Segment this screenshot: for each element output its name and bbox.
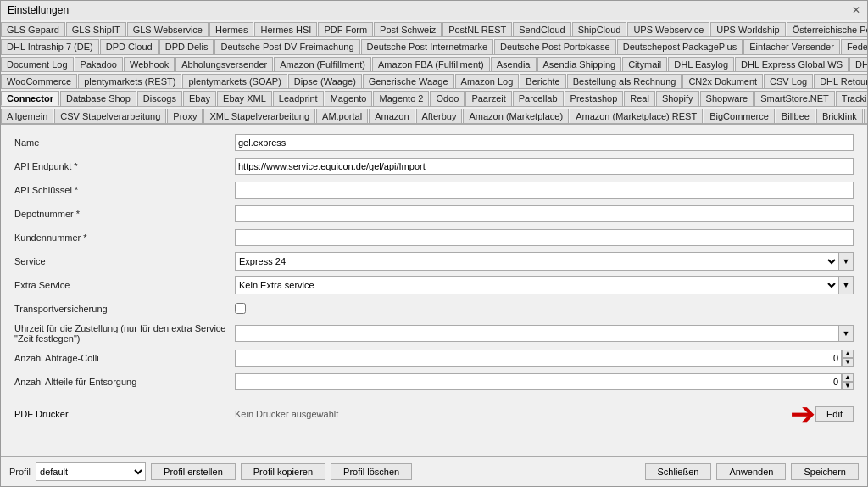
- tab-deutschepost-packageplus[interactable]: Deutschepost PackagePlus: [617, 39, 743, 54]
- tab-proxy[interactable]: Proxy: [167, 109, 203, 123]
- tab-abholungsversender[interactable]: Abholungsversender: [175, 57, 273, 71]
- tab-am.portal[interactable]: AM.portal: [316, 109, 368, 123]
- tab-plentymarkets-(soap)[interactable]: plentymarkets (SOAP): [182, 74, 287, 88]
- tab-bestellung-als-rechnung[interactable]: Bestellung als Rechnung: [567, 74, 682, 88]
- select-arrow-6[interactable]: ▼: [838, 276, 854, 294]
- tab-hermes-hsi[interactable]: Hermes HSI: [254, 22, 317, 36]
- tab-postnl-rest[interactable]: PostNL REST: [442, 22, 512, 36]
- tab-deutsche-post-internetmarke[interactable]: Deutsche Post Internetmarke: [361, 39, 493, 54]
- tab-dpd-delis[interactable]: DPD Delis: [159, 39, 214, 54]
- checkbox-7[interactable]: [235, 303, 246, 314]
- tab-pakadoo[interactable]: Pakadoo: [75, 57, 123, 71]
- tab-allgemein[interactable]: Allgemein: [1, 109, 53, 123]
- profile-select[interactable]: default: [36, 462, 146, 481]
- tab-csv-log[interactable]: CSV Log: [764, 74, 813, 88]
- tab-dpd-cloud[interactable]: DPD Cloud: [100, 39, 159, 54]
- select-5[interactable]: Express 24: [235, 252, 838, 271]
- tab-österreichische-post[interactable]: Österreichische Post: [787, 22, 867, 36]
- tab-billbee[interactable]: Billbee: [776, 109, 815, 123]
- save-button[interactable]: Speichern: [791, 463, 859, 480]
- tab-einfacher-versender[interactable]: Einfacher Versender: [743, 39, 840, 54]
- tab-dhl-easylog[interactable]: DHL Easylog: [668, 57, 734, 71]
- tab-odoo[interactable]: Odoo: [430, 91, 465, 106]
- tab-bricklink[interactable]: Bricklink: [816, 109, 863, 123]
- tab-shipcloud[interactable]: ShipCloud: [572, 22, 627, 36]
- tab-hermes[interactable]: Hermes: [209, 22, 254, 36]
- tab-ups-webservice[interactable]: UPS Webservice: [627, 22, 709, 36]
- tab-paarzeit[interactable]: Paarzeit: [465, 91, 511, 106]
- tab-sendcloud[interactable]: SendCloud: [513, 22, 570, 36]
- tab-dipse-(waage)[interactable]: Dipse (Waage): [288, 74, 362, 88]
- tab-deutsche-post-portokasse[interactable]: Deutsche Post Portokasse: [494, 39, 616, 54]
- tab-dhl-intraship-7-(de)[interactable]: DHL Intraship 7 (DE): [1, 39, 99, 54]
- tab-bigcommerce[interactable]: BigCommerce: [704, 109, 775, 123]
- tab-magento-2[interactable]: Magento 2: [373, 91, 429, 106]
- profile-copy-button[interactable]: Profil kopieren: [241, 463, 326, 480]
- tab-fedex-webservice[interactable]: Fedex Webservice: [841, 39, 867, 54]
- tab-amazon-(fulfillment)[interactable]: Amazon (Fulfillment): [274, 57, 371, 71]
- tab-webhook[interactable]: Webhook: [124, 57, 175, 71]
- spinner-input-10[interactable]: [235, 373, 842, 390]
- tab-gls-webservice[interactable]: GLS Webservice: [127, 22, 209, 36]
- tab-discogs[interactable]: Discogs: [137, 91, 182, 106]
- input-4[interactable]: [235, 229, 854, 246]
- tab-dhl-retour[interactable]: DHL Retour: [814, 74, 867, 88]
- input-3[interactable]: [235, 205, 854, 222]
- profile-delete-button[interactable]: Profil löschen: [331, 463, 412, 480]
- tab-parcellab[interactable]: Parcellab: [513, 91, 564, 106]
- tab-leadprint[interactable]: Leadprint: [273, 91, 324, 106]
- spinner-up-9[interactable]: ▲: [842, 350, 854, 358]
- input-2[interactable]: [235, 182, 854, 199]
- tab-post-schweiz[interactable]: Post Schweiz: [374, 22, 442, 36]
- tab-pdf-form[interactable]: PDF Form: [318, 22, 373, 36]
- input-0[interactable]: [235, 134, 854, 151]
- tab-dhl-geschäftskundenversand[interactable]: DHL Geschäftskundenversand: [849, 57, 867, 71]
- tab-shopware[interactable]: Shopware: [700, 91, 754, 106]
- tab-berichte[interactable]: Berichte: [520, 74, 565, 88]
- profile-create-button[interactable]: Profil erstellen: [151, 463, 236, 480]
- tab-document-log[interactable]: Document Log: [1, 57, 74, 71]
- select-arrow-5[interactable]: ▼: [838, 252, 854, 271]
- tab-amazon[interactable]: Amazon: [369, 109, 415, 123]
- tab-trackingportal[interactable]: Trackingportal: [836, 91, 867, 106]
- tab-gls-gepard[interactable]: GLS Gepard: [1, 22, 65, 36]
- spinner-up-10[interactable]: ▲: [842, 373, 854, 382]
- tab-brickowl[interactable]: Brickowl: [864, 109, 867, 123]
- tab-database-shop[interactable]: Database Shop: [60, 91, 136, 106]
- spinner-down-10[interactable]: ▼: [842, 382, 854, 390]
- spinner-input-9[interactable]: [235, 350, 842, 367]
- close-icon[interactable]: ✕: [852, 4, 860, 16]
- tab-plentymarkets-(rest)[interactable]: plentymarkets (REST): [78, 74, 181, 88]
- tab-smartstore.net[interactable]: SmartStore.NET: [754, 91, 835, 106]
- tab-amazon-(marketplace)[interactable]: Amazon (Marketplace): [463, 109, 569, 123]
- tab-ebay-xml[interactable]: Ebay XML: [217, 91, 272, 106]
- time-arrow-8[interactable]: ▼: [838, 325, 854, 342]
- tab-deutsche-post-dv-freimachung[interactable]: Deutsche Post DV Freimachung: [214, 39, 359, 54]
- tab-cn2x-dokument[interactable]: CN2x Dokument: [682, 74, 763, 88]
- tab-ebay[interactable]: Ebay: [183, 91, 216, 106]
- tab-real[interactable]: Real: [624, 91, 655, 106]
- tab-dhl-express-global-ws[interactable]: DHL Express Global WS: [735, 57, 849, 71]
- tab-asendia[interactable]: Asendia: [491, 57, 537, 71]
- spinner-down-9[interactable]: ▼: [842, 358, 854, 367]
- close-button[interactable]: Schließen: [645, 463, 712, 480]
- pdf-edit-button[interactable]: Edit: [815, 406, 854, 422]
- select-6[interactable]: Kein Extra service: [235, 276, 838, 294]
- tab-asendia-shipping[interactable]: Asendia Shipping: [537, 57, 622, 71]
- tab-shopify[interactable]: Shopify: [656, 91, 699, 106]
- apply-button[interactable]: Anwenden: [716, 463, 786, 480]
- tab-gls-shipit[interactable]: GLS ShipIT: [66, 22, 126, 36]
- tab-connector[interactable]: Connector: [1, 91, 59, 106]
- input-1[interactable]: [235, 158, 854, 175]
- tab-woocommerce[interactable]: WooCommerce: [1, 74, 77, 88]
- tab-csv-stapelverarbeitung[interactable]: CSV Stapelverarbeitung: [54, 109, 166, 123]
- tab-amazon-fba-(fulfillment)[interactable]: Amazon FBA (Fulfillment): [372, 57, 490, 71]
- tab-citymail[interactable]: Citymail: [622, 57, 667, 71]
- tab-amazon-log[interactable]: Amazon Log: [455, 74, 520, 88]
- tab-ups-worldship[interactable]: UPS Worldship: [710, 22, 785, 36]
- tab-afterbuy[interactable]: Afterbuy: [416, 109, 463, 123]
- tab-xml-stapelverarbeitung[interactable]: XML Stapelverarbeitung: [203, 109, 315, 123]
- tab-generische-waage[interactable]: Generische Waage: [363, 74, 454, 88]
- tab-magento[interactable]: Magento: [325, 91, 373, 106]
- tab-amazon-(marketplace)-rest[interactable]: Amazon (Marketplace) REST: [570, 109, 703, 123]
